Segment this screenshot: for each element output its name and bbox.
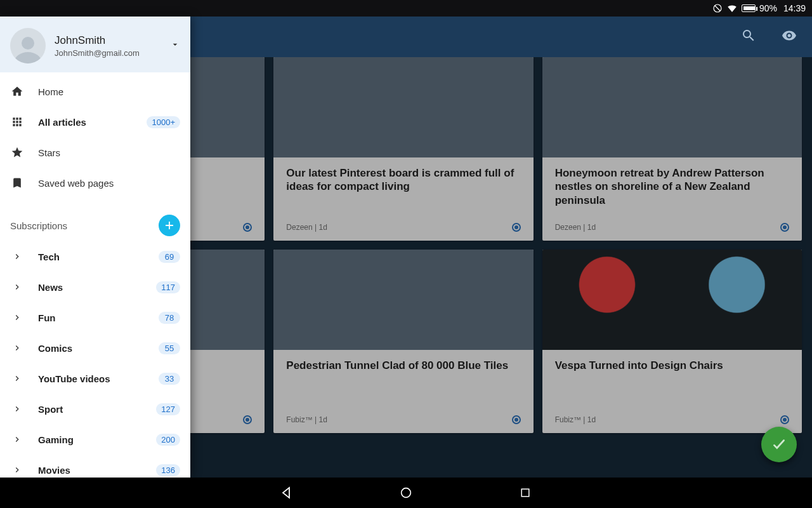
unread-indicator-icon[interactable] <box>780 415 789 424</box>
nav-saved-pages[interactable]: Saved web pages <box>0 168 190 198</box>
subscription-label: Movies <box>38 465 142 476</box>
circle-icon <box>399 486 413 500</box>
count-badge: 33 <box>159 373 180 385</box>
article-meta: Dezeen | 1d <box>555 223 596 232</box>
navigation-drawer: JohnSmith JohnSmith@gmail.com Home All a… <box>0 17 190 478</box>
home-icon <box>10 85 24 98</box>
avatar <box>10 28 46 64</box>
svg-point-1 <box>402 488 411 498</box>
article-image <box>542 250 802 350</box>
nav-label: All articles <box>38 117 133 128</box>
subscriptions-header: Subscriptions <box>0 212 190 241</box>
subscription-item-movies[interactable]: Movies 136 <box>0 455 190 485</box>
search-icon <box>741 28 756 43</box>
search-button[interactable] <box>736 23 761 51</box>
profile-name: JohnSmith <box>55 34 140 47</box>
recents-button[interactable] <box>516 484 534 502</box>
subscription-label: Fun <box>38 312 145 323</box>
chevron-right-icon <box>13 404 22 413</box>
count-badge: 117 <box>156 281 180 293</box>
plus-icon <box>164 220 175 231</box>
subscriptions-title: Subscriptions <box>10 220 67 231</box>
subscription-item-comics[interactable]: Comics 55 <box>0 333 190 363</box>
battery-percentage: 90% <box>759 3 777 13</box>
square-icon <box>519 486 532 499</box>
nav-stars[interactable]: Stars <box>0 137 190 168</box>
subscription-label: Gaming <box>38 434 142 445</box>
back-icon <box>279 485 294 500</box>
article-meta: Fubiz™ | 1d <box>555 415 596 424</box>
subscription-list: Tech 69 News 117 Fun 78 Comics 55 YouTub… <box>0 241 190 485</box>
nav-label: Stars <box>38 147 180 158</box>
chevron-right-icon <box>13 465 22 474</box>
subscription-item-tech[interactable]: Tech 69 <box>0 241 190 272</box>
count-badge: 136 <box>156 464 180 476</box>
unread-indicator-icon[interactable] <box>243 223 252 232</box>
article-meta: Fubiz™ | 1d <box>286 415 327 424</box>
subscription-label: Tech <box>38 251 145 262</box>
article-image <box>273 57 533 157</box>
article-card[interactable]: Vespa Turned into Design Chairs Fubiz™ |… <box>542 250 802 433</box>
mark-read-fab[interactable] <box>761 427 797 462</box>
chevron-right-icon <box>13 283 22 291</box>
eye-icon <box>782 28 797 43</box>
nav-all-articles[interactable]: All articles 1000+ <box>0 107 190 137</box>
article-title: Pedestrian Tunnel Clad of 80 000 Blue Ti… <box>286 359 520 372</box>
wifi-icon <box>726 3 738 14</box>
article-card[interactable]: Our latest Pinterest board is crammed fu… <box>273 57 533 241</box>
nav-label: Saved web pages <box>38 178 180 189</box>
subscription-label: News <box>38 282 142 293</box>
status-bar: 90% 14:39 <box>0 0 812 17</box>
chevron-right-icon <box>13 435 22 444</box>
home-button[interactable] <box>397 484 415 502</box>
account-dropdown-toggle[interactable] <box>170 39 180 52</box>
subscription-label: Comics <box>38 343 145 354</box>
count-badge: 55 <box>159 342 180 354</box>
chevron-right-icon <box>13 313 22 322</box>
nav-home[interactable]: Home <box>0 76 190 107</box>
article-title: Honeymoon retreat by Andrew Patterson ne… <box>555 166 789 207</box>
profile-header[interactable]: JohnSmith JohnSmith@gmail.com <box>0 17 190 72</box>
no-sim-icon <box>712 3 723 13</box>
unread-indicator-icon[interactable] <box>780 223 789 232</box>
chevron-right-icon <box>13 252 22 261</box>
subscription-item-news[interactable]: News 117 <box>0 272 190 302</box>
star-icon <box>10 146 24 159</box>
count-badge: 200 <box>156 434 180 446</box>
article-meta: Dezeen | 1d <box>286 223 327 232</box>
clock: 14:39 <box>783 3 806 13</box>
check-icon <box>771 436 787 453</box>
article-image <box>542 57 802 157</box>
battery-icon <box>742 4 756 12</box>
chevron-right-icon <box>13 374 22 383</box>
count-badge: 127 <box>156 403 180 415</box>
count-badge: 78 <box>159 312 180 324</box>
subscription-item-sport[interactable]: Sport 127 <box>0 394 190 424</box>
caret-down-icon <box>170 39 180 50</box>
chevron-right-icon <box>13 344 22 352</box>
nav-label: Home <box>38 86 180 97</box>
subscription-item-gaming[interactable]: Gaming 200 <box>0 424 190 455</box>
article-card[interactable]: Honeymoon retreat by Andrew Patterson ne… <box>542 57 802 241</box>
visibility-button[interactable] <box>776 23 802 51</box>
subscription-label: YouTube videos <box>38 373 145 384</box>
svg-rect-2 <box>521 489 529 497</box>
primary-nav: Home All articles 1000+ Stars Saved web … <box>0 72 190 202</box>
unread-indicator-icon[interactable] <box>243 415 252 424</box>
add-subscription-button[interactable] <box>159 215 180 236</box>
unread-indicator-icon[interactable] <box>512 415 521 424</box>
bookmark-icon <box>10 177 24 189</box>
unread-indicator-icon[interactable] <box>512 223 521 232</box>
count-badge: 1000+ <box>147 116 180 128</box>
subscription-item-fun[interactable]: Fun 78 <box>0 302 190 333</box>
back-button[interactable] <box>278 484 296 502</box>
grid-icon <box>10 116 24 128</box>
article-card[interactable]: Pedestrian Tunnel Clad of 80 000 Blue Ti… <box>273 250 533 433</box>
article-title: Our latest Pinterest board is crammed fu… <box>286 166 520 194</box>
article-image <box>273 250 533 350</box>
profile-email: JohnSmith@gmail.com <box>55 48 140 58</box>
subscription-label: Sport <box>38 404 142 415</box>
count-badge: 69 <box>159 251 180 263</box>
article-title: Vespa Turned into Design Chairs <box>555 359 789 372</box>
subscription-item-youtube[interactable]: YouTube videos 33 <box>0 363 190 394</box>
